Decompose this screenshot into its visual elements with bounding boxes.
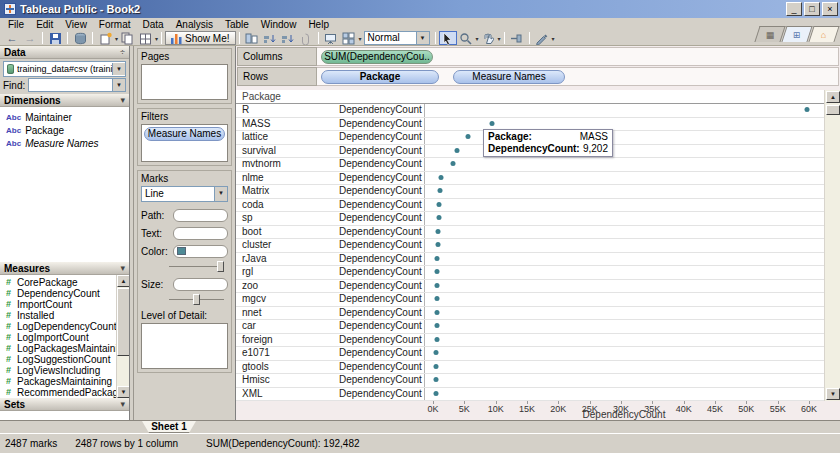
sort-ascending-icon[interactable] — [261, 31, 279, 45]
pan-dropdown-icon[interactable]: ▾ — [498, 35, 501, 42]
data-point-mark[interactable] — [434, 364, 439, 369]
view-mode-dropdown-icon[interactable]: ▼ — [416, 32, 429, 44]
color-shelf[interactable] — [173, 245, 228, 258]
data-source-select[interactable]: training_data#csv (traini... ▼ — [3, 61, 126, 77]
dimensions-collapse-icon[interactable]: ▾ — [120, 95, 125, 105]
level-of-detail-shelf[interactable] — [141, 323, 228, 369]
data-point-mark[interactable] — [435, 256, 440, 261]
menu-item-window[interactable]: Window — [255, 18, 303, 31]
duplicate-worksheet-icon[interactable] — [118, 31, 136, 45]
data-point-mark[interactable] — [434, 323, 439, 328]
pin-icon[interactable] — [508, 31, 526, 45]
new-dashboard-dropdown-icon[interactable]: ▾ — [155, 35, 158, 42]
data-point-mark[interactable] — [434, 310, 439, 315]
menu-item-data[interactable]: Data — [137, 18, 170, 31]
measure-field[interactable]: #LogViewsIncluding — [6, 365, 115, 376]
transparency-slider[interactable] — [169, 260, 224, 273]
measure-field[interactable]: #LogImportCount — [6, 332, 115, 343]
text-shelf[interactable] — [173, 227, 228, 240]
layout-icon[interactable] — [340, 31, 358, 45]
view-mode-select[interactable]: Normal ▼ — [364, 31, 430, 45]
rows-shelf[interactable]: Package Measure Names — [317, 67, 839, 86]
data-point-mark[interactable] — [434, 296, 439, 301]
data-point-mark[interactable] — [805, 107, 810, 112]
rows-pill-measure-names[interactable]: Measure Names — [453, 70, 565, 84]
menu-item-format[interactable]: Format — [93, 18, 137, 31]
filter-pill-measure-names[interactable]: Measure Names — [144, 127, 225, 141]
data-point-mark[interactable] — [434, 337, 439, 342]
new-worksheet-icon[interactable] — [96, 31, 114, 45]
dimensions-header[interactable]: Dimensions ▾ — [0, 94, 129, 107]
mark-type-dropdown-icon[interactable]: ▼ — [214, 187, 227, 201]
data-point-mark[interactable] — [434, 391, 439, 396]
measure-field[interactable]: #LogPackagesMaintaining — [6, 343, 115, 354]
data-point-mark[interactable] — [489, 121, 494, 126]
pages-dropzone[interactable] — [141, 64, 228, 100]
scroll-down-icon[interactable]: ▼ — [826, 388, 840, 400]
maximize-button[interactable]: □ — [804, 2, 820, 16]
annotate-icon[interactable] — [533, 31, 551, 45]
menu-item-help[interactable]: Help — [302, 18, 335, 31]
dimension-field[interactable]: AbcMaintainer — [0, 111, 129, 124]
measure-field[interactable]: #RecommendedPackage — [6, 387, 115, 398]
data-point-mark[interactable] — [437, 215, 442, 220]
find-dropdown-icon[interactable]: ▼ — [112, 79, 125, 91]
close-button[interactable]: × — [822, 2, 838, 16]
swap-rows-columns-icon[interactable] — [243, 31, 261, 45]
select-tool-icon[interactable] — [439, 31, 457, 45]
menu-item-table[interactable]: Table — [219, 18, 255, 31]
data-point-mark[interactable] — [438, 175, 443, 180]
data-point-mark[interactable] — [465, 134, 470, 139]
columns-shelf[interactable]: SUM(DependencyCou.. — [317, 47, 839, 66]
measure-field[interactable]: #DependencyCount — [6, 288, 115, 299]
menu-item-file[interactable]: File — [2, 18, 30, 31]
measures-scrollbar[interactable]: ▲ ▼ — [116, 275, 129, 398]
measure-field[interactable]: #ImportCount — [6, 299, 115, 310]
filters-shelf[interactable]: Filters Measure Names — [137, 108, 232, 166]
minimize-button[interactable]: _ — [786, 2, 802, 16]
measure-field[interactable]: #Installed — [6, 310, 115, 321]
color-swatch[interactable] — [177, 247, 186, 255]
sort-descending-icon[interactable] — [279, 31, 297, 45]
scroll-thumb[interactable] — [117, 288, 129, 356]
show-me-button[interactable]: Show Me! — [165, 31, 235, 45]
layout-dropdown-icon[interactable]: ▾ — [359, 35, 362, 42]
slider-thumb[interactable] — [193, 294, 200, 305]
data-point-mark[interactable] — [450, 161, 455, 166]
zoom-tool-icon[interactable] — [457, 31, 475, 45]
data-point-mark[interactable] — [435, 229, 440, 234]
forward-icon[interactable]: → — [21, 31, 39, 45]
mark-type-select[interactable]: Line ▼ — [141, 186, 228, 202]
menu-item-edit[interactable]: Edit — [30, 18, 59, 31]
group-icon[interactable] — [297, 31, 315, 45]
tab-sheet-1[interactable]: Sheet 1 — [142, 421, 196, 433]
slider-thumb[interactable] — [217, 261, 224, 272]
data-point-mark[interactable] — [435, 269, 440, 274]
dimension-field[interactable]: AbcMeasure Names — [0, 137, 129, 150]
measures-header[interactable]: Measures ▾ — [0, 262, 129, 275]
data-point-mark[interactable] — [434, 377, 439, 382]
chart-vertical-scrollbar[interactable]: ▲ ▼ — [824, 90, 840, 401]
path-shelf[interactable] — [173, 209, 228, 222]
size-shelf[interactable] — [173, 278, 228, 291]
data-panel-header[interactable]: Data ÷ — [0, 46, 129, 59]
measure-field[interactable]: #CorePackage — [6, 277, 115, 288]
data-point-mark[interactable] — [437, 202, 442, 207]
annotate-dropdown-icon[interactable]: ▾ — [552, 35, 555, 42]
measures-collapse-icon[interactable]: ▾ — [120, 263, 125, 273]
scroll-up-icon[interactable]: ▲ — [826, 91, 840, 103]
dimension-field[interactable]: AbcPackage — [0, 124, 129, 137]
data-point-mark[interactable] — [438, 188, 443, 193]
sets-collapse-icon[interactable]: ▾ — [120, 399, 125, 409]
size-slider[interactable]: ─┤├─ — [169, 293, 224, 306]
data-point-mark[interactable] — [434, 350, 439, 355]
scroll-thumb[interactable] — [826, 105, 840, 115]
pages-shelf[interactable]: Pages — [137, 48, 232, 104]
pan-tool-icon[interactable] — [479, 31, 497, 45]
measure-field[interactable]: #LogDependencyCount — [6, 321, 115, 332]
menu-item-analysis[interactable]: Analysis — [170, 18, 219, 31]
connect-to-data-icon[interactable] — [71, 31, 89, 45]
presentation-mode-icon[interactable] — [322, 31, 340, 45]
new-dashboard-icon[interactable] — [136, 31, 154, 45]
panel-options-icon[interactable]: ÷ — [120, 47, 125, 57]
